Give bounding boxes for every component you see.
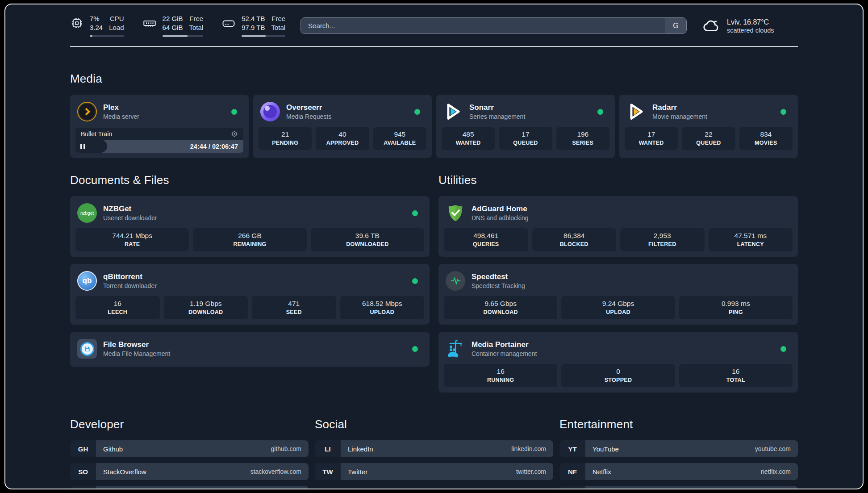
service-title: File Browser — [103, 340, 170, 349]
cpu-value-2: 3.24 — [90, 23, 103, 32]
disk-value-1: 52.4 TB — [242, 14, 265, 23]
service-subtitle: Torrent downloader — [103, 282, 157, 289]
disk-usage-bar — [242, 35, 285, 37]
service-title: qBittorrent — [103, 272, 157, 281]
service-card-portainer[interactable]: Media Portainer Container management 16R… — [438, 332, 798, 393]
link-abbr: NF — [559, 463, 585, 480]
stat-queued: 17QUEUED — [499, 127, 552, 150]
stat-upload: 618.52 MbpsUPLOAD — [340, 296, 425, 319]
service-title: Plex — [103, 103, 139, 112]
service-card-overseerr[interactable]: Overseerr Media Requests 21PENDING 40APP… — [253, 95, 432, 158]
section-title-utilities: Utilities — [438, 173, 798, 187]
service-subtitle: Media File Management — [103, 350, 170, 357]
link-abbr: GH — [70, 440, 96, 457]
stat-rate: 744.21 MbpsRATE — [75, 228, 189, 251]
service-card-nzbget[interactable]: nzbget NZBGet Usenet downloader 744.21 M… — [70, 196, 430, 257]
status-online-dot — [412, 278, 418, 284]
link-linkedin[interactable]: LI LinkedInlinkedin.com — [315, 440, 553, 457]
disk-drive-icon — [222, 17, 235, 30]
link-abbr: RE — [559, 486, 585, 489]
link-dev[interactable]: DT DEVdev.to — [70, 486, 309, 489]
disk-value-2: 97.9 TB — [242, 23, 265, 32]
service-card-filebrowser[interactable]: File Browser Media File Management — [70, 332, 430, 367]
link-url: netflix.com — [761, 468, 791, 475]
service-card-plex[interactable]: Plex Media server Bullet Train 24:44 / 0… — [70, 95, 249, 158]
header-divider — [70, 46, 798, 47]
link-stackoverflow[interactable]: SO StackOverflowstackoverflow.com — [70, 463, 309, 480]
stat-queued: 22QUEUED — [682, 127, 735, 150]
stat-movies: 834MOVIES — [739, 127, 793, 150]
stat-running: 16RUNNING — [444, 364, 557, 387]
status-online-dot — [412, 210, 418, 216]
link-reddit[interactable]: RE Redditreddit.com — [559, 486, 798, 489]
link-name: LinkedIn — [348, 445, 373, 453]
service-card-sonarr[interactable]: Sonarr Series management 485WANTED 17QUE… — [436, 95, 615, 158]
link-youtube[interactable]: YT YouTubeyoutube.com — [559, 440, 798, 457]
top-bar: 7%3.24 CPULoad 22 GiB64 GiB FreeTotal — [70, 14, 798, 37]
cloud-icon — [702, 17, 721, 35]
service-title: Radarr — [652, 103, 707, 112]
link-netflix[interactable]: NF Netflixnetflix.com — [559, 463, 798, 480]
search-input[interactable] — [301, 18, 665, 33]
link-github[interactable]: GH Githubgithub.com — [70, 440, 309, 457]
stat-seed: 471SEED — [252, 296, 336, 319]
section-title-media: Media — [70, 72, 798, 86]
search-provider-button[interactable]: G — [665, 18, 686, 33]
status-online-dot — [231, 109, 237, 115]
service-title: Speedtest — [472, 272, 525, 281]
session-gear-icon[interactable] — [231, 130, 238, 138]
link-name: Github — [103, 445, 123, 453]
radarr-icon — [626, 102, 646, 121]
status-online-dot — [780, 109, 786, 115]
link-name: Twitter — [348, 468, 367, 476]
section-title-entertainment: Entertainment — [559, 418, 798, 431]
playback-progress-bar[interactable]: 24:44 / 02:06:47 — [75, 140, 243, 153]
adguard-icon — [446, 203, 465, 223]
stat-series: 196SERIES — [556, 127, 609, 150]
stat-total: 16TOTAL — [679, 364, 793, 387]
service-title: Media Portainer — [472, 340, 537, 349]
stat-upload: 9.24 GbpsUPLOAD — [561, 296, 675, 319]
sonarr-icon — [443, 102, 463, 121]
service-card-adguard[interactable]: AdGuard Home DNS and adblocking 498,461Q… — [438, 196, 798, 257]
link-url: twitter.com — [516, 468, 546, 475]
system-metrics: 7%3.24 CPULoad 22 GiB64 GiB FreeTotal — [70, 14, 285, 37]
link-url: stackoverflow.com — [250, 468, 301, 475]
cpu-label-1: CPU — [109, 14, 124, 23]
service-card-radarr[interactable]: Radarr Movie management 17WANTED 22QUEUE… — [619, 95, 798, 158]
ram-icon — [143, 17, 156, 30]
dashboard-frame: 7%3.24 CPULoad 22 GiB64 GiB FreeTotal — [4, 4, 864, 489]
link-abbr: LI — [315, 440, 341, 457]
stat-downloaded: 39.6 TBDOWNLOADED — [311, 228, 424, 251]
ram-value-2: 64 GiB — [163, 23, 183, 32]
media-cards: Plex Media server Bullet Train 24:44 / 0… — [70, 95, 798, 158]
qbittorrent-icon: qb — [77, 271, 97, 291]
stat-remaining: 266 GBREMAINING — [193, 228, 306, 251]
cpu-value-1: 7% — [90, 14, 103, 23]
stat-blocked: 86,384BLOCKED — [532, 228, 617, 251]
service-subtitle: Usenet downloader — [103, 214, 157, 221]
stat-ping: 0.993 msPING — [679, 296, 793, 319]
status-online-dot — [597, 109, 603, 115]
weather-condition: scattered clouds — [727, 27, 774, 34]
service-card-qbittorrent[interactable]: qb qBittorrent Torrent downloader 16LEEC… — [70, 264, 430, 325]
portainer-icon — [446, 339, 465, 359]
link-abbr: YT — [559, 440, 585, 457]
status-online-dot — [780, 346, 786, 352]
cpu-chip-icon — [70, 17, 83, 30]
nzbget-icon: nzbget — [77, 203, 97, 223]
service-subtitle: Speedtest Tracking — [472, 282, 525, 289]
service-title: Sonarr — [469, 103, 525, 112]
service-title: NZBGet — [103, 205, 157, 213]
status-online-dot — [414, 109, 420, 115]
link-url: github.com — [271, 445, 301, 452]
service-subtitle: Media server — [103, 113, 139, 120]
section-title-developer: Developer — [70, 418, 309, 431]
plex-now-playing: Bullet Train 24:44 / 02:06:47 — [75, 128, 243, 153]
ram-value-1: 22 GiB — [163, 14, 183, 23]
ram-label-2: Total — [189, 23, 203, 32]
service-card-speedtest[interactable]: Speedtest Speedtest Tracking 9.65 GbpsDO… — [438, 264, 798, 325]
link-twitter[interactable]: TW Twittertwitter.com — [315, 463, 553, 480]
ram-usage-bar — [163, 35, 204, 37]
stat-download: 9.65 GbpsDOWNLOAD — [444, 296, 557, 319]
